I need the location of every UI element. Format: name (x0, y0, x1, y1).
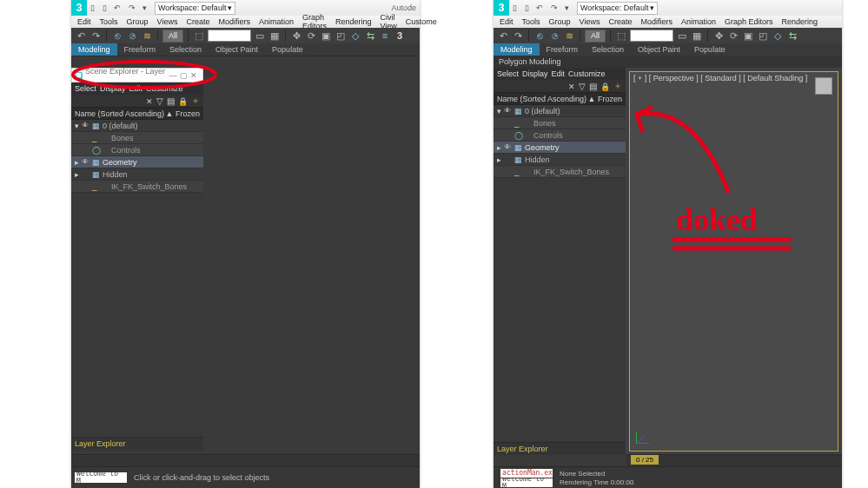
scene-explorer-header[interactable]: Name (Sorted Ascending) ▲ Frozen (71, 107, 203, 120)
maxscript-listener2[interactable]: Welcome to M (500, 478, 553, 487)
add-icon[interactable]: ＋ (613, 80, 622, 92)
time-slider-marker[interactable]: 0 / 25 (631, 455, 659, 465)
link-icon[interactable] (111, 30, 123, 42)
ref-coord-icon[interactable]: ◇ (349, 30, 361, 42)
visibility-icon[interactable]: 👁 (504, 143, 514, 151)
add-icon[interactable]: ＋ (191, 95, 200, 107)
expand-icon[interactable]: ▾ (75, 122, 82, 130)
selection-filter[interactable]: All (162, 30, 183, 43)
workspace-selector[interactable]: Workspace: Default ▾ (155, 2, 235, 15)
mirror-icon[interactable]: ⇆ (364, 30, 376, 42)
tab-object-paint[interactable]: Object Paint (631, 43, 687, 56)
scene-explorer-row[interactable]: ⎯Bones (71, 132, 203, 144)
selection-filter[interactable]: All (585, 30, 606, 43)
tab-freeform[interactable]: Freeform (117, 43, 163, 56)
scene-explorer-footer[interactable]: Layer Explorer (494, 442, 626, 455)
scene-explorer-row[interactable]: ▸👁▦Geometry (494, 142, 626, 154)
scene-explorer-row[interactable]: ▾👁▦0 (default) (494, 105, 626, 117)
time-slider[interactable]: 0 / 25 (626, 454, 842, 467)
display-icon[interactable]: ▤ (589, 82, 597, 91)
se-header-frozen[interactable]: ▲ Frozen (588, 95, 622, 103)
close-button[interactable]: ✕ (189, 71, 199, 80)
maxscript-listener[interactable]: Welcome to M (75, 472, 127, 483)
lock-icon[interactable] (600, 82, 610, 91)
ribbon-tabs[interactable]: Modeling Freeform Selection Object Paint… (494, 43, 842, 56)
menu-animation[interactable]: Animation (256, 17, 296, 26)
se-header-frozen[interactable]: ▲ Frozen (166, 109, 200, 118)
se-menu-display[interactable]: Display (100, 84, 126, 93)
window-crossing-icon[interactable]: ▦ (691, 30, 703, 42)
se-menu-edit[interactable]: Edit (552, 69, 566, 78)
viewcube-icon[interactable] (815, 77, 832, 95)
se-header-name[interactable]: Name (Sorted Ascending) (75, 109, 164, 118)
scene-explorer-footer[interactable]: Layer Explorer (71, 437, 203, 450)
unlink-icon[interactable] (126, 30, 138, 42)
tab-populate[interactable]: Populate (687, 43, 732, 56)
select-by-name-input[interactable] (630, 30, 673, 42)
move-icon[interactable] (290, 30, 302, 42)
expand-icon[interactable]: ▸ (497, 155, 504, 164)
visibility-icon[interactable]: 👁 (504, 107, 514, 115)
quick-access-icons[interactable]: ▯ ▯ ↶ ↷ ▾ (513, 3, 572, 12)
se-menu-select[interactable]: Select (497, 69, 519, 78)
scene-explorer-menu[interactable]: Select Display Edit Customize (494, 68, 626, 80)
quick-access-icons[interactable]: ▯ ▯ ↶ ↷ ▾ (90, 3, 149, 12)
se-menu-display[interactable]: Display (522, 69, 548, 78)
scene-explorer-row[interactable]: ◯Controls (494, 129, 626, 142)
scene-explorer-menu[interactable]: Select Display Edit Customize (71, 82, 203, 95)
display-icon[interactable]: ▤ (167, 96, 175, 106)
tab-modeling[interactable]: Modeling (494, 43, 540, 56)
tab-selection[interactable]: Selection (585, 43, 631, 56)
scene-explorer-row[interactable]: ▸▦Hidden (71, 168, 203, 181)
select-rect-icon[interactable]: ▭ (676, 30, 688, 42)
menu-modifiers[interactable]: Modifiers (638, 17, 675, 26)
time-slider[interactable] (71, 454, 420, 467)
placement-icon[interactable] (757, 30, 769, 42)
select-object-icon[interactable] (193, 30, 205, 42)
menu-views[interactable]: Views (577, 17, 603, 26)
align-icon[interactable]: ≡ (379, 30, 391, 42)
tab-freeform[interactable]: Freeform (540, 43, 586, 56)
scale-icon[interactable] (320, 30, 332, 42)
perspective-viewport[interactable]: [ + ] [ Perspective ] [ Standard ] [ Def… (629, 71, 838, 452)
menu-create[interactable]: Create (606, 17, 634, 26)
scene-explorer-row[interactable]: ⎯IK_FK_Switch_Bones (494, 166, 626, 178)
filter-icon[interactable] (156, 96, 163, 106)
clear-icon[interactable] (146, 96, 153, 106)
menu-edit[interactable]: Edit (497, 17, 516, 26)
select-by-name-input[interactable] (208, 30, 251, 42)
unlink-icon[interactable] (548, 30, 560, 42)
menu-group[interactable]: Group (124, 17, 151, 26)
menu-edit[interactable]: Edit (75, 17, 94, 26)
undo-icon[interactable] (497, 30, 509, 42)
visibility-icon[interactable]: 👁 (82, 158, 92, 166)
ref-coord-icon[interactable]: ◇ (772, 30, 784, 42)
viewport-label[interactable]: [ + ] [ Perspective ] [ Standard ] [ Def… (633, 74, 807, 82)
scene-explorer-toolbar[interactable]: ▤ ＋ (71, 95, 203, 107)
scene-explorer-row[interactable]: ⎯Bones (494, 117, 626, 129)
visibility-icon[interactable]: 👁 (82, 122, 92, 129)
maximize-button[interactable]: ▢ (178, 71, 189, 80)
select-object-icon[interactable] (615, 30, 627, 42)
link-icon[interactable] (533, 30, 546, 42)
menu-animation[interactable]: Animation (679, 17, 719, 26)
se-menu-edit[interactable]: Edit (129, 84, 143, 93)
menu-tools[interactable]: Tools (520, 17, 543, 26)
se-header-name[interactable]: Name (Sorted Ascending) (497, 95, 586, 103)
bind-space-warp-icon[interactable]: ≋ (563, 30, 575, 42)
undo-icon[interactable] (75, 30, 87, 42)
bind-space-warp-icon[interactable]: ≋ (141, 30, 153, 42)
snap-3-icon[interactable]: 3 (394, 30, 406, 42)
scene-explorer-toolbar[interactable]: ▤ ＋ (494, 80, 626, 92)
scene-explorer-titlebar[interactable]: ❑ Scene Explorer - Layer ... — ▢ ✕ (71, 68, 203, 82)
tab-selection[interactable]: Selection (162, 43, 209, 56)
menu-modifiers[interactable]: Modifiers (215, 17, 253, 26)
main-menu-bar[interactable]: Edit Tools Group Views Create Modifiers … (494, 16, 842, 29)
scene-explorer-header[interactable]: Name (Sorted Ascending) ▲ Frozen (494, 92, 626, 105)
main-menu-bar[interactable]: Edit Tools Group Views Create Modifiers … (71, 16, 420, 29)
menu-group[interactable]: Group (547, 17, 573, 26)
redo-icon[interactable] (89, 30, 102, 42)
se-menu-customize[interactable]: Customize (146, 84, 183, 93)
expand-icon[interactable]: ▸ (497, 143, 504, 152)
scale-icon[interactable] (742, 30, 754, 42)
